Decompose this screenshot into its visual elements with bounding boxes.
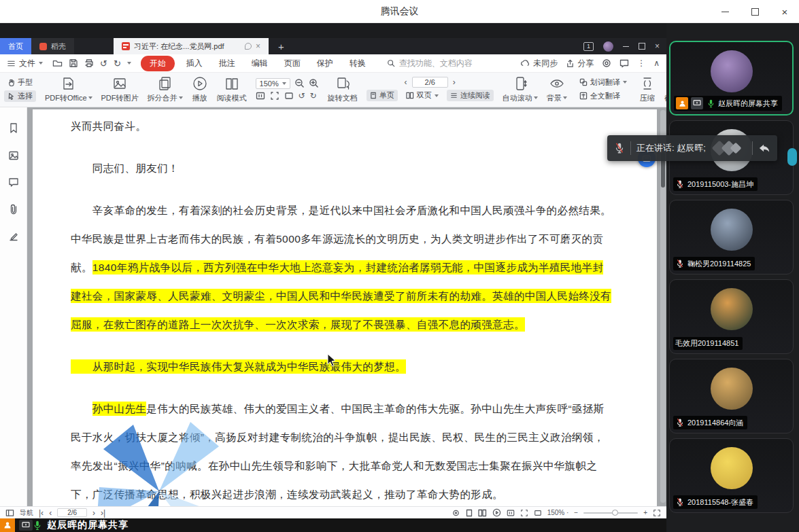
redo-icon[interactable]: ↻ [114,58,121,69]
text-line: 孙中山先生是伟大的民族英雄、伟大的爱国主义者、中国民主革命的伟大先驱。孙中山先生… [71,395,623,423]
file-menu[interactable]: 文件 [7,58,43,69]
gear-icon[interactable] [602,58,611,68]
collapse-ribbon-icon[interactable]: ∧ [653,58,660,68]
pdf-to-image-button[interactable]: PDF转图片 [101,75,139,103]
fullscreen-icon[interactable] [653,509,661,517]
fit-page-icon[interactable] [270,91,279,101]
tab-document[interactable]: 习近平: 在纪念...党员网.pdf × [114,38,269,54]
menu-item-convert[interactable]: 转换 [345,56,371,71]
read-mode-button[interactable]: 阅读模式 [217,75,247,103]
play-button[interactable]: 播放 [192,75,208,103]
double-page-button[interactable]: 双页 [403,90,442,101]
background-mode-icon[interactable] [452,509,460,517]
undo-icon[interactable]: ↺ [100,58,107,69]
vertical-scrollbar[interactable] [660,110,666,503]
zoom-value-statusbar[interactable]: 150% · [547,509,569,516]
double-page-icon-sb[interactable] [478,509,487,517]
open-folder-icon[interactable] [52,58,63,68]
zoom-level-select[interactable]: 150% [256,78,290,89]
actual-size-icon-sb[interactable] [507,509,515,517]
continuous-icon [450,92,458,99]
app-restore-button[interactable] [639,43,645,50]
fit-page-icon-sb[interactable] [520,509,528,517]
split-merge-button[interactable]: 拆分合并 [148,75,183,103]
print-icon[interactable] [84,58,94,68]
rotate-right-icon[interactable]: ↻ [310,91,317,101]
rotate-left-icon[interactable]: ↺ [299,91,305,101]
single-page-button[interactable]: 单页 [367,90,398,101]
prev-page-button-sb[interactable]: ‹ [49,508,52,518]
text-line: 献。1840年鸦片战争以后，西方列强在中华大地上恣意妄为，封建统治者孱弱无能，中… [71,253,623,282]
actual-size-icon[interactable] [256,91,265,101]
select-tool-button[interactable]: 选择 [4,90,36,102]
app-close-button[interactable]: × [655,41,660,51]
menu-item-annotate[interactable]: 批注 [214,56,240,71]
rotate-document-icon [335,75,351,92]
menu-item-page[interactable]: 页面 [279,56,305,71]
fit-width-icon[interactable] [284,91,294,101]
word-translate-button[interactable]: 划词翻译 [576,77,630,88]
search-input[interactable]: 查找功能、文档内容 [387,58,473,69]
zoom-in-icon[interactable] [309,78,319,88]
close-button[interactable]: × [777,4,792,19]
full-translate-button[interactable]: 全文翻译 [576,90,630,102]
window-count-icon[interactable]: 1 [583,42,594,51]
reply-arrow-icon[interactable] [758,143,770,154]
play-icon-sb[interactable] [492,508,501,517]
page-indicator-field[interactable]: 2/6 [412,77,448,88]
menu-item-protect[interactable]: 保护 [312,56,338,71]
navigation-panel-icon[interactable] [5,509,14,517]
sync-status[interactable]: 未同步 [520,58,558,69]
pdf-document-area[interactable]: 兴而共同奋斗。 同志们、朋友们！ 辛亥革命的发生，有着深刻的社会历史背景，是近代… [27,107,666,506]
participant-tile[interactable]: 2018115548-张盛春 [669,438,794,513]
paperclip-icon[interactable] [9,204,18,215]
menu-item-insert[interactable]: 插入 [182,56,207,71]
tab-home[interactable]: 首页 [0,38,31,54]
first-page-button[interactable]: |‹ [39,508,44,518]
zoom-out-button[interactable]: − [574,509,578,516]
new-tab-button[interactable]: + [269,38,294,54]
next-page-button-sb[interactable]: › [92,508,95,518]
fit-width-icon-sb[interactable] [534,509,542,517]
continuous-read-button[interactable]: 连续阅读 [447,90,494,101]
tab-pin-icon[interactable] [245,43,252,50]
participant-tile[interactable]: 2019114864向涵 [669,359,794,433]
prev-page-button[interactable]: ‹ [405,77,407,87]
tab-docer[interactable]: 稻壳 [31,38,74,54]
pdf-to-office-button[interactable]: PDF转Office [45,75,92,103]
participant-tile[interactable]: 毛效用2019114851 [669,279,794,354]
tab-close-icon[interactable]: × [256,41,260,51]
rotate-document-button[interactable]: 旋转文档 [328,75,358,103]
menu-item-edit[interactable]: 编辑 [247,56,273,71]
hand-tool-button[interactable]: 手型 [4,77,36,88]
kebab-menu-icon[interactable]: ⋮ [637,58,645,68]
stamp-sign-icon[interactable] [8,231,19,242]
last-page-button[interactable]: ›| [101,508,105,518]
compress-button[interactable]: 压缩 [639,75,656,103]
pdf-to-image-icon [112,75,128,92]
app-minimize-button[interactable] [623,46,629,47]
save-icon[interactable] [69,58,78,68]
comment-bubble-icon[interactable] [619,59,629,68]
zoom-in-button[interactable]: + [643,509,647,516]
sidebar-scroll-indicator[interactable] [787,148,797,166]
zoom-slider[interactable] [583,512,638,514]
restore-button[interactable] [747,4,762,19]
share-button[interactable]: 分享 [566,58,594,69]
comment-panel-icon[interactable] [8,177,19,188]
single-page-icon-sb[interactable] [466,509,473,517]
next-page-button[interactable]: › [453,77,456,87]
auto-scroll-button[interactable]: 自动滚动 [503,75,538,103]
zoom-out-icon[interactable] [294,78,305,88]
participant-tile[interactable]: 鞠松男2019114825 [669,200,794,274]
page-indicator-statusbar[interactable]: 2/6 [57,508,87,517]
account-avatar[interactable] [603,41,613,52]
background-button[interactable]: 背景 [547,75,567,103]
zoom-slider-knob[interactable] [612,510,618,516]
minimize-button[interactable] [717,4,732,19]
bookmark-icon[interactable] [8,122,19,134]
participant-tile[interactable]: 赵辰晖的屏幕共享 [669,41,794,116]
thumbnail-image-icon[interactable] [8,150,19,161]
toolbar-options-icon[interactable] [127,62,131,65]
menu-item-start[interactable]: 开始 [141,56,175,71]
